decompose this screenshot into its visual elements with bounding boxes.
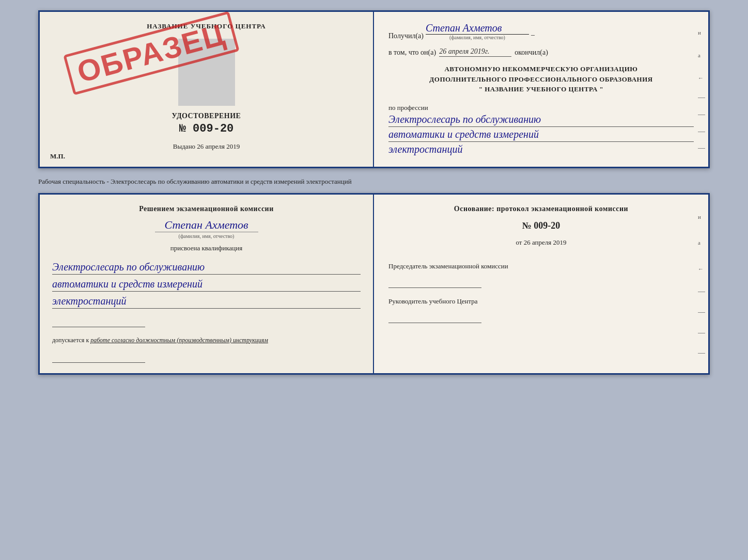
fio-label-bottom: (фамилия, имя, отчество) [155, 232, 258, 239]
ruk-label: Руководитель учебного Центра [388, 297, 694, 306]
predsed-sign-line [388, 279, 481, 288]
person-block: Степан Ахметов (фамилия, имя, отчество) [52, 218, 361, 239]
profession-label: по профессии [388, 104, 694, 112]
predsed-label: Председатель экзаменационной комиссии [388, 262, 694, 270]
issued-line: Выдано 26 апреля 2019 [173, 142, 240, 151]
doc-top-right: Получил(а) Степан Ахметов (фамилия, имя,… [374, 12, 708, 167]
ot-label: от [516, 238, 522, 246]
kvalif-line2: автоматики и средств измерений [52, 277, 361, 292]
osnov-title: Основание: протокол экзаменационной коми… [388, 205, 694, 213]
dopusk-value: работе согласно должностным (производств… [90, 337, 268, 344]
sign-line-left2 [52, 354, 145, 363]
ot-line: от 26 апреля 2019 [388, 238, 694, 247]
cert-number: № 009-20 [179, 122, 234, 135]
document-bottom: Решением экзаменационной комиссии Степан… [38, 193, 710, 375]
cert-title: УДОСТОВЕРЕНИЕ [172, 112, 241, 120]
mp-label: М.П. [50, 152, 65, 161]
received-line: Получил(а) Степан Ахметов (фамилия, имя,… [388, 22, 694, 40]
specialty-text: Рабочая специальность - Электрослесарь п… [38, 174, 710, 187]
org-block: АВТОНОМНУЮ НЕКОММЕРЧЕСКУЮ ОРГАНИЗАЦИЮ ДО… [388, 64, 694, 94]
side-dashes-top: и а ← [698, 12, 705, 167]
doc-bottom-left: Решением экзаменационной комиссии Степан… [40, 195, 374, 373]
ruk-sign-line [388, 314, 481, 323]
kvalif-line3: электростанций [52, 294, 361, 309]
profession-line1: Электрослесарь по обслуживанию [388, 112, 694, 127]
received-label: Получил(а) [388, 32, 424, 40]
okonchill-label: окончил(а) [515, 49, 548, 57]
document-top: НАЗВАНИЕ УЧЕБНОГО ЦЕНТРА УДОСТОВЕРЕНИЕ №… [38, 10, 710, 168]
dopusk-line: допускается к работе согласно должностны… [52, 337, 361, 344]
person-name-bottom: Степан Ахметов [164, 218, 248, 232]
protocol-number: № 009-20 [388, 220, 694, 231]
profession-line3: электростанций [388, 142, 694, 156]
doc-bottom-right: Основание: протокол экзаменационной коми… [374, 195, 708, 373]
kvalif-label: присвоена квалификация [52, 244, 361, 252]
kvalif-section: Электрослесарь по обслуживанию автоматик… [52, 258, 361, 309]
vtom-label: в том, что он(а) [388, 49, 436, 57]
org-line2: ДОПОЛНИТЕЛЬНОГО ПРОФЕССИОНАЛЬНОГО ОБРАЗО… [388, 74, 694, 85]
vtom-date: 26 апреля 2019г. [439, 47, 511, 57]
vtom-line: в том, что он(а) 26 апреля 2019г. окончи… [388, 47, 694, 57]
ot-date: 26 апреля 2019 [524, 238, 567, 246]
top-left-title: НАЗВАНИЕ УЧЕБНОГО ЦЕНТРА [147, 22, 266, 30]
org-line3: " НАЗВАНИЕ УЧЕБНОГО ЦЕНТРА " [388, 84, 694, 94]
issued-label: Выдано [173, 142, 195, 150]
side-dashes-bottom: и а ← [698, 195, 705, 373]
signatures-block: Председатель экзаменационной комиссии Ру… [388, 258, 694, 323]
komissia-title: Решением экзаменационной комиссии [52, 205, 361, 213]
org-line1: АВТОНОМНУЮ НЕКОММЕРЧЕСКУЮ ОРГАНИЗАЦИЮ [388, 64, 694, 74]
profession-line2: автоматики и средств измерений [388, 127, 694, 142]
fio-label-top: (фамилия, имя, отчество) [449, 35, 505, 40]
kvalif-line1: Электрослесарь по обслуживанию [52, 260, 361, 275]
doc-top-left: НАЗВАНИЕ УЧЕБНОГО ЦЕНТРА УДОСТОВЕРЕНИЕ №… [40, 12, 374, 167]
received-name: Степан Ахметов [426, 22, 529, 35]
issued-date: 26 апреля 2019 [197, 142, 240, 150]
profession-section: по профессии Электрослесарь по обслужива… [388, 102, 694, 156]
dopusk-label: допускается к [52, 337, 89, 344]
photo-placeholder [178, 39, 235, 106]
sign-line-left [52, 318, 145, 327]
